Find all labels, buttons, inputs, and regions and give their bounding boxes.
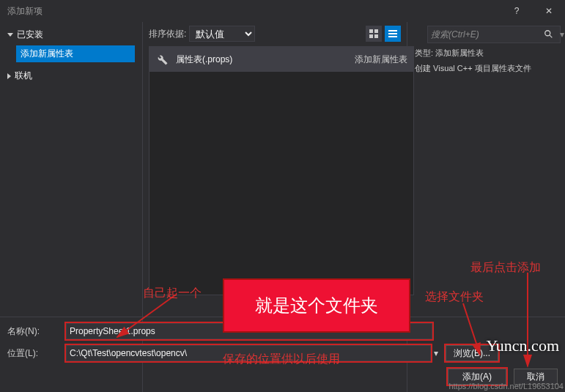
cancel-button[interactable]: 取消 (514, 369, 558, 385)
sort-label: 排序依据: (149, 28, 186, 40)
template-list[interactable]: 属性表(.props) 添加新属性表 (149, 46, 414, 295)
name-label: 名称(N): (6, 325, 66, 338)
svg-rect-1 (374, 29, 378, 33)
type-label: 类型: (415, 48, 433, 57)
svg-rect-2 (369, 34, 373, 38)
search-box[interactable]: ▾ (427, 26, 561, 43)
template-row[interactable]: 属性表(.props) 添加新属性表 (149, 47, 413, 72)
type-value: 添加新属性表 (435, 48, 484, 57)
svg-rect-3 (374, 34, 378, 38)
search-icon[interactable] (544, 29, 554, 40)
tree-online[interactable]: 联机 (0, 67, 142, 85)
view-list-icon[interactable] (385, 26, 401, 42)
toolbar: 排序依据: 默认值 (143, 22, 407, 43)
help-button[interactable]: ? (501, 0, 533, 22)
svg-rect-6 (388, 36, 397, 37)
tree-item-new-props[interactable]: 添加新属性表 (16, 45, 135, 62)
titlebar: 添加新项 ? ✕ (0, 0, 565, 22)
template-tag: 添加新属性表 (355, 53, 407, 66)
search-input[interactable] (428, 29, 544, 40)
svg-rect-5 (388, 33, 397, 34)
location-input[interactable] (66, 345, 431, 361)
browse-button[interactable]: 浏览(B)... (446, 345, 498, 361)
sort-select[interactable]: 默认值 (189, 26, 255, 42)
svg-rect-4 (388, 30, 397, 32)
template-name: 属性表(.props) (176, 53, 355, 66)
tree-installed[interactable]: 已安装 (0, 26, 142, 44)
type-description: 创建 Visual C++ 项目属性表文件 (415, 63, 558, 74)
dialog-title: 添加新项 (7, 5, 43, 18)
location-label: 位置(L): (6, 347, 66, 360)
search-dropdown-icon[interactable]: ▾ (560, 29, 564, 40)
view-grid-icon[interactable] (366, 26, 382, 42)
svg-rect-0 (369, 29, 373, 33)
wrench-icon (155, 53, 169, 66)
close-button[interactable]: ✕ (533, 0, 565, 22)
name-input[interactable] (66, 323, 432, 339)
add-button[interactable]: 添加(A) (448, 369, 506, 385)
location-dropdown-icon[interactable]: ▾ (434, 348, 438, 358)
bottom-form: 名称(N): 位置(L): ▾ 浏览(B)... 添加(A) 取消 (0, 317, 565, 392)
svg-line-8 (550, 35, 553, 38)
svg-point-7 (545, 31, 550, 36)
